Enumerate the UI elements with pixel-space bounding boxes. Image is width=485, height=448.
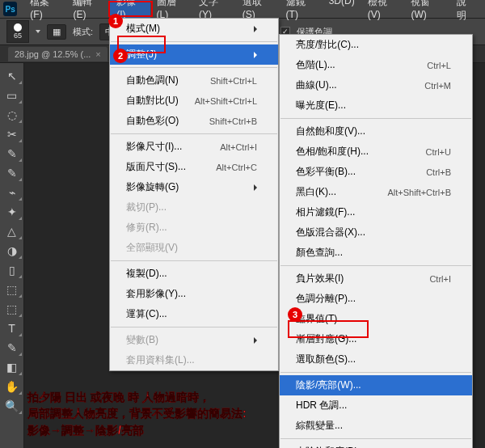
menu-item[interactable]: HDR 色調... <box>280 395 472 416</box>
tool[interactable]: ✎ <box>2 145 23 163</box>
menu-item[interactable]: 曝光度(E)... <box>280 95 472 116</box>
callout-num-2: 2 <box>113 49 128 63</box>
menu-item[interactable]: 影像旋轉(G) <box>110 177 278 197</box>
menu-item[interactable]: 自動色調(N)Shift+Ctrl+L <box>110 70 278 91</box>
menu-item[interactable]: 陰影/亮部(W)... <box>280 375 472 395</box>
tool[interactable]: 🔍 <box>2 397 23 415</box>
menu-item[interactable]: 運算(C)... <box>110 304 278 324</box>
menu-item[interactable]: 曲線(U)...Ctrl+M <box>280 75 472 95</box>
callout-num-3: 3 <box>288 307 302 322</box>
tool[interactable]: ✋ <box>2 378 23 395</box>
menu-3D(D)[interactable]: 3D(D) <box>323 0 361 25</box>
adjustments-submenu[interactable]: 亮度/對比(C)...色階(L)...Ctrl+L曲線(U)...Ctrl+M曝… <box>279 34 473 448</box>
menu-item[interactable]: 自然飽和度(V)... <box>280 121 472 142</box>
tool[interactable]: ◑ <box>2 242 23 260</box>
chevron-right-icon <box>254 52 257 58</box>
tool[interactable]: ◌ <box>2 106 23 124</box>
menu-item[interactable]: 影像尺寸(I)...Alt+Ctrl+I <box>110 137 278 157</box>
menu-item[interactable]: 負片效果(I)Ctrl+I <box>280 268 472 289</box>
tool[interactable]: △ <box>2 222 23 240</box>
brush-preview[interactable]: 65 <box>6 20 29 43</box>
close-icon[interactable]: × <box>95 49 100 59</box>
tool[interactable]: ✦ <box>2 203 23 221</box>
tool[interactable]: ⬚ <box>2 300 23 318</box>
menu-item[interactable]: 套用影像(Y)... <box>110 284 278 304</box>
menu-編輯(E)[interactable]: 編輯(E) <box>66 0 110 25</box>
mode-label: 模式: <box>73 26 93 38</box>
menu-item: 裁切(P)... <box>110 197 278 218</box>
menu-item[interactable]: 色版混合器(X)... <box>280 222 472 243</box>
menu-item[interactable]: 自動色彩(O)Shift+Ctrl+B <box>110 111 278 131</box>
chevron-right-icon <box>254 184 257 191</box>
menu-檔案(F)[interactable]: 檔案(F) <box>23 0 66 25</box>
menu-item[interactable]: 相片濾鏡(F)... <box>280 202 472 222</box>
document-tab[interactable]: 28.jpg @ 12.5% (... × <box>8 47 108 61</box>
menu-item: 全部顯現(V) <box>110 238 278 258</box>
chevron-right-icon <box>254 26 257 32</box>
app-icon: Ps <box>3 2 17 16</box>
menu-item[interactable]: 自動對比(U)Alt+Shift+Ctrl+L <box>110 91 278 111</box>
menubar: Ps 檔案(F)編輯(E)影像(I)圖層(L)文字(Y)選取(S)濾鏡(T)3D… <box>0 0 485 18</box>
tool[interactable]: ✂ <box>2 125 23 143</box>
tools-panel: ↖▭◌✂✎✎⌁✦△◑▯⬚⬚T✎◧✋🔍 <box>0 63 24 448</box>
menu-視窗(W)[interactable]: 視窗(W) <box>404 0 450 25</box>
tool[interactable]: ▭ <box>2 87 23 104</box>
menu-item: 變數(B) <box>110 330 278 350</box>
tool[interactable]: ✎ <box>2 164 23 182</box>
menu-item[interactable]: 臨界值(T)... <box>280 309 472 329</box>
menu-item: 套用資料集(L)... <box>110 350 278 370</box>
menu-item[interactable]: 複製(D)... <box>110 264 278 284</box>
menu-item[interactable]: 亮度/對比(C)... <box>280 35 472 55</box>
menu-item[interactable]: 色彩平衡(B)...Ctrl+B <box>280 162 472 182</box>
menu-item[interactable]: 去除飽和度(D)Shift+Ctrl+U <box>280 442 472 448</box>
callout-num-1: 1 <box>108 14 123 28</box>
menu-說明[interactable]: 說明 <box>450 0 482 25</box>
image-menu[interactable]: 模式(M)調整(J)自動色調(N)Shift+Ctrl+L自動對比(U)Alt+… <box>109 18 279 371</box>
menu-item[interactable]: 色相/飽和度(H)...Ctrl+U <box>280 142 472 162</box>
tool[interactable]: ◧ <box>2 358 23 376</box>
tab-title: 28.jpg @ 12.5% (... <box>15 49 91 59</box>
menu-item[interactable]: 綜觀變量... <box>280 416 472 436</box>
tool[interactable]: ▯ <box>2 261 23 279</box>
tool[interactable]: T <box>2 319 23 337</box>
menu-item[interactable]: 調整(J) <box>110 44 278 65</box>
chevron-down-icon[interactable] <box>36 30 40 33</box>
tool[interactable]: ✎ <box>2 339 23 357</box>
tool[interactable]: ⬚ <box>2 281 23 298</box>
menu-item: 修剪(R)... <box>110 218 278 238</box>
menu-濾鏡(T)[interactable]: 濾鏡(T) <box>280 0 323 25</box>
menu-檢視(V)[interactable]: 檢視(V) <box>361 0 405 25</box>
menu-item[interactable]: 模式(M) <box>110 19 278 39</box>
menu-item[interactable]: 漸層對應(G)... <box>280 329 472 349</box>
tool[interactable]: ⌁ <box>2 184 23 201</box>
menu-item[interactable]: 版面尺寸(S)...Alt+Ctrl+C <box>110 157 278 177</box>
chevron-right-icon <box>254 337 257 344</box>
menu-item[interactable]: 黑白(K)...Alt+Shift+Ctrl+B <box>280 182 472 202</box>
menu-item[interactable]: 選取顏色(S)... <box>280 349 472 370</box>
menu-item[interactable]: 色階(L)...Ctrl+L <box>280 55 472 75</box>
brush-panel-icon[interactable]: ▦ <box>47 24 66 40</box>
menu-item[interactable]: 顏色查詢... <box>280 243 472 263</box>
menu-item[interactable]: 色調分離(P)... <box>280 289 472 309</box>
tool[interactable]: ↖ <box>2 67 23 85</box>
